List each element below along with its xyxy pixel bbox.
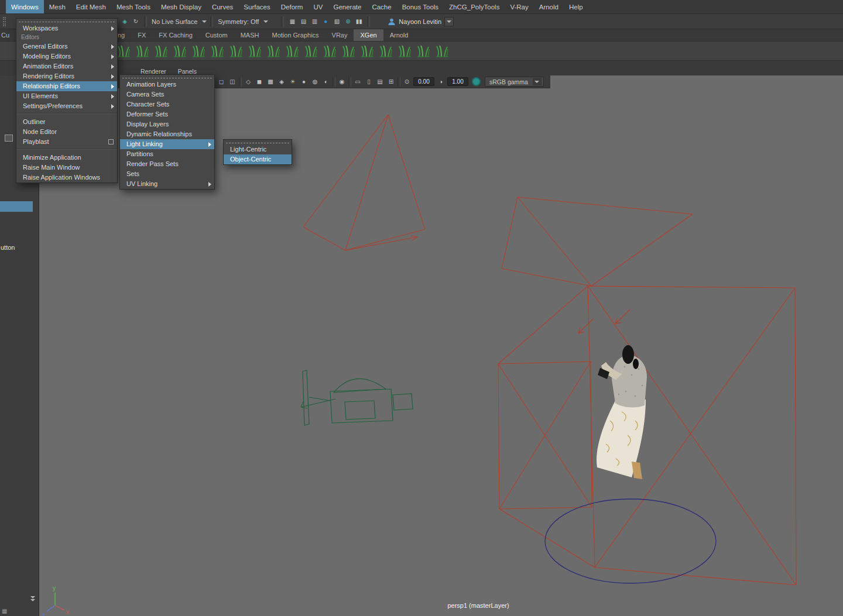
menu-tearoff-handle[interactable]: [19, 19, 115, 22]
exposure-icon[interactable]: ⊙: [402, 77, 412, 87]
menu-item[interactable]: UI Elements: [16, 91, 117, 101]
gate-mask-icon[interactable]: ▤: [375, 77, 385, 87]
xgen-grass-preset-icon[interactable]: [321, 43, 338, 59]
shaded-display-icon[interactable]: ◼: [255, 77, 264, 87]
shelf-tab[interactable]: VRay: [325, 29, 354, 41]
light-editor-icon[interactable]: ⊛: [343, 17, 352, 26]
menu-item[interactable]: Character Sets: [120, 99, 214, 109]
view-transform-dropdown[interactable]: sRGB gamma: [485, 77, 544, 87]
menu-item[interactable]: Outliner: [16, 117, 117, 127]
shelf-tab[interactable]: FX Caching: [152, 29, 198, 41]
live-surface-dropdown[interactable]: No Live Surface: [150, 18, 198, 25]
sidebar-button-fragment[interactable]: utton: [1, 244, 15, 251]
textured-display-icon[interactable]: ▩: [266, 77, 275, 87]
menu-item[interactable]: Relationship Editors: [16, 81, 117, 91]
xgen-grass-preset-icon[interactable]: [359, 43, 375, 59]
xgen-grass-preset-icon[interactable]: [172, 43, 188, 59]
menu-item[interactable]: Camera Sets: [120, 90, 214, 99]
viewport-toolbar-icon[interactable]: [239, 77, 242, 87]
menu-item[interactable]: UV Linking: [120, 179, 214, 189]
menubar-item[interactable]: Edit Mesh: [71, 0, 111, 13]
single-pane-layout-icon[interactable]: ◻: [217, 77, 226, 87]
menu-item[interactable]: Light Linking: [120, 139, 214, 149]
xgen-grass-preset-icon[interactable]: [396, 43, 413, 59]
xgen-grass-preset-icon[interactable]: [434, 43, 450, 59]
symmetry-dropdown[interactable]: Symmetry: Off: [217, 18, 260, 25]
shelf-tab[interactable]: Arnold: [383, 29, 415, 41]
menu-item[interactable]: Object-Centric: [224, 154, 292, 164]
menubar-item[interactable]: Mesh: [44, 0, 71, 13]
user-menu-caret[interactable]: [444, 17, 454, 26]
menu-item[interactable]: Raise Application Windows: [16, 173, 117, 183]
gamma-icon[interactable]: ◑: [436, 77, 446, 87]
toolbar-grip-icon[interactable]: [3, 17, 6, 26]
user-account-menu[interactable]: Nayoon Levitin: [388, 17, 454, 26]
xgen-grass-preset-icon[interactable]: [246, 43, 263, 59]
all-lights-icon[interactable]: ☀: [288, 77, 297, 87]
menubar-item[interactable]: Bonus Tools: [397, 0, 444, 13]
chevron-down-icon[interactable]: [263, 20, 268, 23]
xgen-grass-preset-icon[interactable]: [209, 43, 225, 59]
xgen-grass-preset-icon[interactable]: [265, 43, 282, 59]
menu-item[interactable]: Modeling Editors: [16, 51, 117, 61]
wireframe-on-shaded-icon[interactable]: ◈: [277, 77, 286, 87]
camera-wireframe[interactable]: [301, 370, 413, 425]
wireframe-display-icon[interactable]: ◇: [244, 77, 253, 87]
menubar-item[interactable]: Curves: [207, 0, 238, 13]
menu-item[interactable]: Rendering Editors: [16, 71, 117, 81]
viewport-toolbar-icon[interactable]: [348, 77, 351, 87]
motion-blur-icon[interactable]: ◐: [321, 77, 331, 87]
spotlight-wireframe-1[interactable]: [303, 115, 425, 250]
render-view-icon[interactable]: ▦: [287, 17, 297, 26]
sidebar-selected-item-highlight[interactable]: [0, 201, 33, 212]
menubar-item[interactable]: Windows: [6, 0, 44, 13]
menu-item[interactable]: Settings/Preferences: [16, 101, 117, 111]
menubar-item[interactable]: UV: [308, 0, 328, 13]
menu-item[interactable]: Sets: [120, 169, 214, 179]
exposure-field[interactable]: 0.00: [413, 77, 434, 86]
sidebar-collapse-chevrons[interactable]: [30, 596, 35, 601]
menubar-item[interactable]: V-Ray: [505, 0, 533, 13]
chevron-down-icon[interactable]: [202, 20, 207, 23]
render-ball-icon[interactable]: ●: [321, 17, 330, 26]
menu-tearoff-handle[interactable]: [226, 140, 289, 143]
xgen-grass-preset-icon[interactable]: [340, 43, 357, 59]
isolate-select-icon[interactable]: ◉: [337, 77, 347, 87]
xgen-grass-preset-icon[interactable]: [134, 43, 150, 59]
menu-item[interactable]: Workspaces: [16, 23, 117, 33]
menu-item[interactable]: Dynamic Relationships: [120, 129, 214, 139]
ambient-occlusion-icon[interactable]: ◍: [310, 77, 320, 87]
construction-history-icon[interactable]: ↻: [131, 17, 140, 26]
shelf-tab[interactable]: Custom: [199, 29, 234, 41]
menu-item[interactable]: Minimize Application: [16, 153, 117, 163]
resolution-gate-icon[interactable]: ▯: [364, 77, 373, 87]
four-pane-layout-icon[interactable]: ◫: [228, 77, 237, 87]
xgen-grass-preset-icon[interactable]: [153, 43, 169, 59]
shadows-icon[interactable]: ●: [299, 77, 309, 87]
xgen-grass-preset-icon[interactable]: [284, 43, 300, 59]
menubar-item[interactable]: Cache: [366, 0, 396, 13]
menu-item[interactable]: Partitions: [120, 149, 214, 159]
spotlight-wireframe-2[interactable]: [502, 197, 693, 333]
menu-item[interactable]: Render Pass Sets: [120, 159, 214, 169]
xgen-grass-preset-icon[interactable]: [190, 43, 207, 59]
render-settings-icon[interactable]: ▧: [332, 17, 341, 26]
menu-item[interactable]: Light-Centric: [224, 144, 292, 154]
menubar-item[interactable]: Deform: [276, 0, 309, 13]
shelf-tab[interactable]: XGen: [354, 29, 383, 41]
render-current-frame-icon[interactable]: ▤: [299, 17, 308, 26]
shelf-tab-curves-fragment[interactable]: Cu: [1, 32, 9, 39]
sidebar-mini-window-icon[interactable]: [5, 135, 13, 142]
xgen-grass-preset-icon[interactable]: [115, 43, 132, 59]
menu-item[interactable]: Node Editor: [16, 127, 117, 137]
menubar-item[interactable]: Surfaces: [238, 0, 275, 13]
menubar-item[interactable]: Mesh Tools: [111, 0, 156, 13]
character-model[interactable]: [597, 345, 647, 479]
color-management-toggle[interactable]: [472, 77, 481, 86]
pause-viewport-icon[interactable]: ▮▮: [354, 17, 364, 26]
sidebar-corner-grid-icon[interactable]: ▦: [2, 608, 7, 614]
xgen-grass-preset-icon[interactable]: [228, 43, 244, 59]
viewport-toolbar-icon[interactable]: [333, 77, 335, 87]
menu-item[interactable]: Display Layers: [120, 119, 214, 129]
viewport-toolbar-icon[interactable]: [397, 77, 400, 87]
